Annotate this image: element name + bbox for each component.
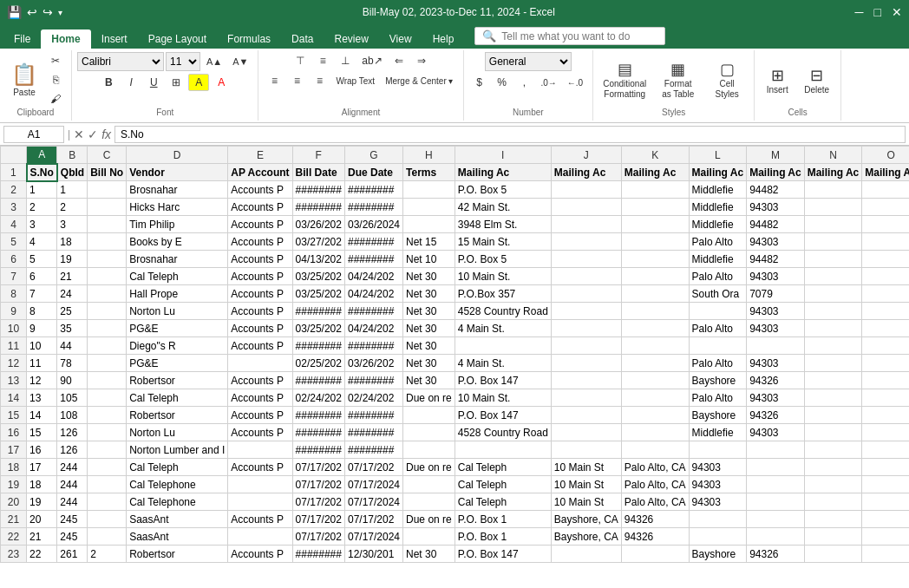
cell-N14[interactable] [804, 389, 862, 407]
cell-L21[interactable] [689, 511, 747, 528]
merge-center-button[interactable]: Merge & Center ▾ [381, 72, 457, 89]
cell-F5[interactable]: 03/27/202 [292, 233, 344, 251]
cell-N21[interactable] [804, 511, 862, 528]
cell-I11[interactable] [454, 337, 551, 355]
wrap-text-button[interactable]: Wrap Text [331, 72, 379, 89]
cell-B14[interactable]: 105 [57, 389, 88, 407]
col-header-I[interactable]: I [454, 147, 551, 164]
cell-K23[interactable] [621, 546, 689, 563]
tab-insert[interactable]: Insert [91, 29, 138, 49]
format-painter-button[interactable]: 🖌 [45, 90, 66, 108]
cell-K8[interactable] [621, 285, 689, 303]
cell-M11[interactable] [747, 337, 805, 355]
cell-C4[interactable] [88, 216, 127, 233]
cell-N12[interactable] [804, 355, 862, 372]
font-size-select[interactable]: 11 [166, 52, 200, 71]
search-bar[interactable]: 🔍 [474, 27, 665, 45]
row-number-22[interactable]: 22 [1, 528, 27, 546]
cell-N17[interactable] [804, 441, 862, 459]
cell-J12[interactable] [551, 355, 621, 372]
cell-J19[interactable]: 10 Main St [551, 476, 621, 493]
cell-O15[interactable] [862, 407, 909, 424]
cell-J21[interactable]: Bayshore, CA [551, 511, 621, 528]
cell-N23[interactable] [804, 546, 862, 563]
cell-C23[interactable]: 2 [88, 546, 127, 563]
cell-C11[interactable] [88, 337, 127, 355]
cell-N13[interactable] [804, 372, 862, 389]
cell-E22[interactable] [228, 528, 292, 546]
cell-J3[interactable] [551, 199, 621, 216]
cell-M15[interactable]: 94326 [747, 407, 805, 424]
col-header-B[interactable]: B [57, 147, 88, 164]
cell-B17[interactable]: 126 [57, 441, 88, 459]
cell-O21[interactable] [862, 511, 909, 528]
cell-I13[interactable]: P.O. Box 147 [454, 372, 551, 389]
cell-H3[interactable] [403, 199, 455, 216]
cell-H19[interactable] [403, 476, 455, 493]
cell-F7[interactable]: 03/25/202 [292, 268, 344, 285]
cell-L7[interactable]: Palo Alto [689, 268, 747, 285]
cell-styles-button[interactable]: ▢ Cell Styles [705, 52, 749, 108]
cell-L19[interactable]: 94303 [689, 476, 747, 493]
cell-D12[interactable]: PG&E [127, 355, 228, 372]
cell-E14[interactable]: Accounts P [228, 389, 292, 407]
cell-B15[interactable]: 108 [57, 407, 88, 424]
cell-B3[interactable]: 2 [57, 199, 88, 216]
col-header-O[interactable]: O [862, 147, 909, 164]
cell-D4[interactable]: Tim Philip [127, 216, 228, 233]
cell-M17[interactable] [747, 441, 805, 459]
cell-M4[interactable]: 94482 [747, 216, 805, 233]
cell-J22[interactable]: Bayshore, CA [551, 528, 621, 546]
cell-O20[interactable] [862, 493, 909, 511]
cell-O19[interactable] [862, 476, 909, 493]
cell-E6[interactable]: Accounts P [228, 251, 292, 268]
col-header-L[interactable]: L [689, 147, 747, 164]
cell-H20[interactable] [403, 493, 455, 511]
cell-D23[interactable]: Robertsor [127, 546, 228, 563]
cell-J4[interactable] [551, 216, 621, 233]
cell-L1[interactable]: Mailing Ac [689, 164, 747, 181]
cell-G23[interactable]: 12/30/201 [344, 546, 402, 563]
cell-D3[interactable]: Hicks Harc [127, 199, 228, 216]
cell-I14[interactable]: 10 Main St. [454, 389, 551, 407]
cell-C2[interactable] [88, 181, 127, 199]
cell-O18[interactable] [862, 459, 909, 476]
cell-D8[interactable]: Hall Prope [127, 285, 228, 303]
number-format-select[interactable]: General [485, 52, 572, 71]
cell-O16[interactable] [862, 424, 909, 441]
cell-K5[interactable] [621, 233, 689, 251]
cell-I3[interactable]: 42 Main St. [454, 199, 551, 216]
cell-I21[interactable]: P.O. Box 1 [454, 511, 551, 528]
cell-G19[interactable]: 07/17/2024 [344, 476, 402, 493]
cell-K20[interactable]: Palo Alto, CA [621, 493, 689, 511]
tab-home[interactable]: Home [41, 29, 90, 49]
cell-F19[interactable]: 07/17/202 [292, 476, 344, 493]
middle-align-button[interactable]: ≡ [312, 52, 333, 69]
cell-O1[interactable]: Mailing Ac [862, 164, 909, 181]
cell-C13[interactable] [88, 372, 127, 389]
cell-C22[interactable] [88, 528, 127, 546]
cell-B2[interactable]: 1 [57, 181, 88, 199]
cell-A14[interactable]: 13 [27, 389, 57, 407]
spreadsheet-container[interactable]: A B C D E F G H I J K L M N O P 1S.NoQbI… [0, 146, 909, 582]
copy-button[interactable]: ⎘ [45, 71, 66, 88]
cell-B12[interactable]: 78 [57, 355, 88, 372]
row-number-17[interactable]: 17 [1, 441, 27, 459]
cell-N15[interactable] [804, 407, 862, 424]
cell-C1[interactable]: Bill No [88, 164, 127, 181]
align-right-button[interactable]: ≡ [309, 72, 330, 89]
cell-A4[interactable]: 3 [27, 216, 57, 233]
cell-G10[interactable]: 04/24/202 [344, 320, 402, 337]
cell-K13[interactable] [621, 372, 689, 389]
cell-B4[interactable]: 3 [57, 216, 88, 233]
cell-A1[interactable]: S.No [27, 164, 57, 181]
cell-B20[interactable]: 244 [57, 493, 88, 511]
cell-H21[interactable]: Due on re [403, 511, 455, 528]
cell-B8[interactable]: 24 [57, 285, 88, 303]
bottom-align-button[interactable]: ⊥ [335, 52, 356, 69]
close-button[interactable]: ✕ [892, 5, 902, 19]
cell-H22[interactable] [403, 528, 455, 546]
cell-A9[interactable]: 8 [27, 303, 57, 320]
paste-button[interactable]: 📋 Paste [5, 52, 43, 108]
cell-A15[interactable]: 14 [27, 407, 57, 424]
